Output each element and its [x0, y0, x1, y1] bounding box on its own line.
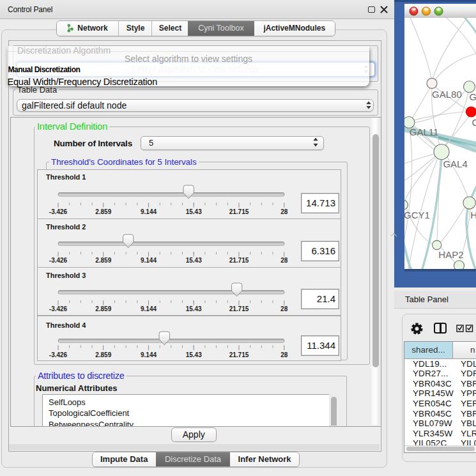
svg-text:C: C: [472, 117, 476, 128]
svg-text:28: 28: [280, 257, 288, 264]
svg-text:2.859: 2.859: [95, 351, 111, 358]
svg-text:15.43: 15.43: [186, 208, 202, 215]
svg-text:9.144: 9.144: [141, 257, 157, 264]
svg-text:GAL80: GAL80: [432, 89, 462, 100]
svg-text:9.144: 9.144: [141, 305, 157, 312]
svg-text:15.43: 15.43: [186, 257, 202, 264]
svg-text:-3.426: -3.426: [49, 305, 68, 312]
svg-text:GCY1: GCY1: [404, 210, 430, 220]
svg-text:15.43: 15.43: [186, 305, 202, 312]
svg-text:2.859: 2.859: [95, 257, 111, 264]
svg-text:21.715: 21.715: [229, 351, 249, 358]
svg-text:21.715: 21.715: [229, 257, 249, 264]
svg-text:15.43: 15.43: [186, 351, 202, 358]
svg-text:21.715: 21.715: [229, 208, 249, 215]
svg-text:9.144: 9.144: [141, 351, 157, 358]
svg-text:28: 28: [280, 305, 288, 312]
svg-text:H: H: [470, 210, 476, 220]
svg-text:-3.426: -3.426: [49, 351, 68, 358]
svg-text:21.715: 21.715: [229, 305, 249, 312]
svg-text:GAL4: GAL4: [443, 158, 467, 169]
svg-text:GAL11: GAL11: [410, 127, 439, 137]
svg-text:2.859: 2.859: [95, 208, 111, 215]
svg-text:28: 28: [280, 351, 288, 358]
svg-text:-3.426: -3.426: [49, 257, 68, 264]
svg-text:2.859: 2.859: [95, 305, 111, 312]
svg-text:GA: GA: [469, 91, 476, 102]
svg-text:-3.426: -3.426: [49, 208, 68, 215]
svg-text:9.144: 9.144: [141, 208, 157, 215]
svg-text:28: 28: [280, 208, 288, 215]
svg-text:HAP2: HAP2: [438, 249, 463, 260]
